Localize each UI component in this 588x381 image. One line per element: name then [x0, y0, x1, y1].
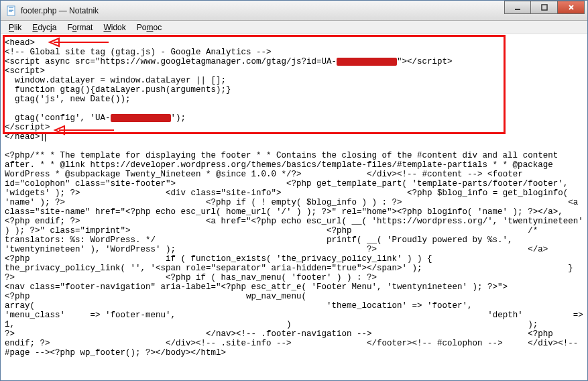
- title-bar[interactable]: footer.php — Notatnik: [1, 1, 587, 21]
- notepad-icon: [6, 5, 17, 16]
- svg-rect-2: [9, 9, 13, 9]
- close-button[interactable]: [558, 1, 585, 14]
- menu-edycja[interactable]: Edycja: [27, 21, 62, 34]
- menu-plik[interactable]: Plik: [3, 21, 27, 34]
- svg-rect-3: [9, 10, 13, 11]
- close-icon: [568, 4, 575, 11]
- text-editor-area[interactable]: <head> <!-- Global site tag (gtag.js) - …: [1, 34, 587, 380]
- svg-rect-6: [542, 5, 547, 10]
- maximize-button[interactable]: [531, 1, 558, 14]
- notepad-window: footer.php — Notatnik PlikEdycjaFormatWi…: [0, 0, 588, 381]
- menu-pomoc[interactable]: Pomoc: [131, 21, 167, 34]
- menu-bar: PlikEdycjaFormatWidokPomoc: [1, 21, 587, 34]
- window-buttons: [504, 1, 585, 14]
- svg-rect-5: [515, 9, 520, 10]
- menu-format[interactable]: Format: [62, 21, 98, 34]
- minimize-button[interactable]: [504, 1, 531, 14]
- minimize-icon: [514, 4, 521, 11]
- window-title: footer.php — Notatnik: [21, 6, 504, 15]
- svg-rect-1: [9, 7, 13, 8]
- menu-widok[interactable]: Widok: [98, 21, 131, 34]
- maximize-icon: [541, 4, 548, 11]
- svg-rect-4: [9, 11, 12, 12]
